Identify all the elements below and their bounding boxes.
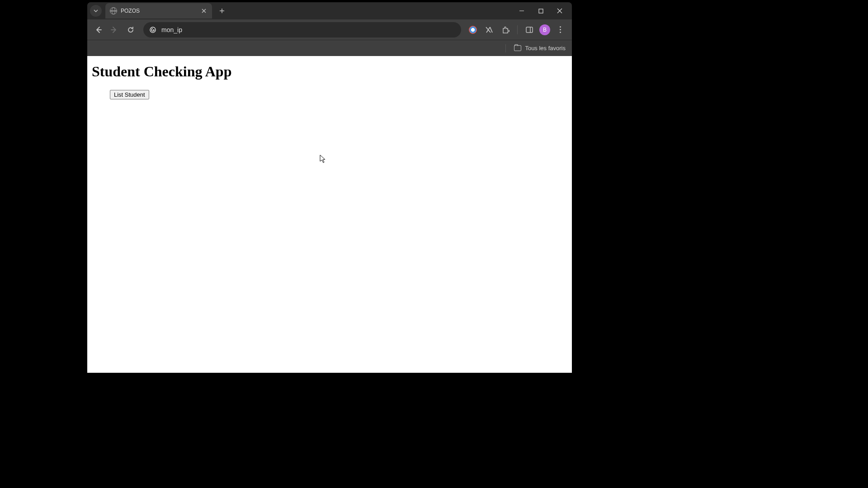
address-bar[interactable]: mon_ip [143, 22, 461, 38]
extension-x-icon[interactable] [483, 23, 495, 36]
tab-search-dropdown[interactable] [90, 5, 102, 17]
back-button[interactable] [91, 23, 105, 37]
browser-window: POZOS [87, 2, 572, 373]
all-bookmarks-label: Tous les favoris [525, 45, 566, 52]
minimize-button[interactable] [515, 4, 528, 18]
new-tab-button[interactable] [216, 5, 228, 17]
svg-rect-0 [539, 9, 543, 13]
browser-tab[interactable]: POZOS [105, 3, 212, 19]
forward-button[interactable] [107, 23, 122, 37]
google-icon [149, 26, 157, 34]
address-text: mon_ip [161, 26, 456, 33]
maximize-button[interactable] [534, 4, 547, 18]
reload-button[interactable] [123, 23, 138, 37]
cursor-icon [320, 155, 326, 164]
all-bookmarks-button[interactable]: Tous les favoris [514, 45, 566, 52]
bookmarks-bar: Tous les favoris [87, 40, 572, 56]
window-controls [515, 4, 572, 18]
tab-bar: POZOS [87, 2, 572, 19]
close-tab-icon[interactable] [200, 7, 208, 14]
side-panel-icon[interactable] [523, 23, 536, 36]
page-title: Student Checking App [92, 63, 567, 80]
list-student-button[interactable]: List Student [110, 90, 149, 99]
extensions-puzzle-icon[interactable] [499, 23, 512, 36]
page-content: Student Checking App List Student [87, 56, 572, 373]
globe-icon [110, 7, 117, 14]
toolbar: mon_ip B [87, 19, 572, 40]
tab-title: POZOS [121, 8, 197, 14]
separator [505, 44, 506, 52]
profile-initial: B [543, 27, 547, 33]
toolbar-right: B [467, 23, 568, 36]
extension-lens-icon[interactable] [467, 23, 479, 36]
svg-rect-2 [526, 27, 533, 33]
separator [517, 25, 518, 34]
close-window-button[interactable] [553, 4, 566, 18]
profile-avatar[interactable]: B [539, 24, 550, 35]
folder-icon [514, 45, 521, 51]
kebab-menu-icon[interactable] [554, 23, 566, 36]
